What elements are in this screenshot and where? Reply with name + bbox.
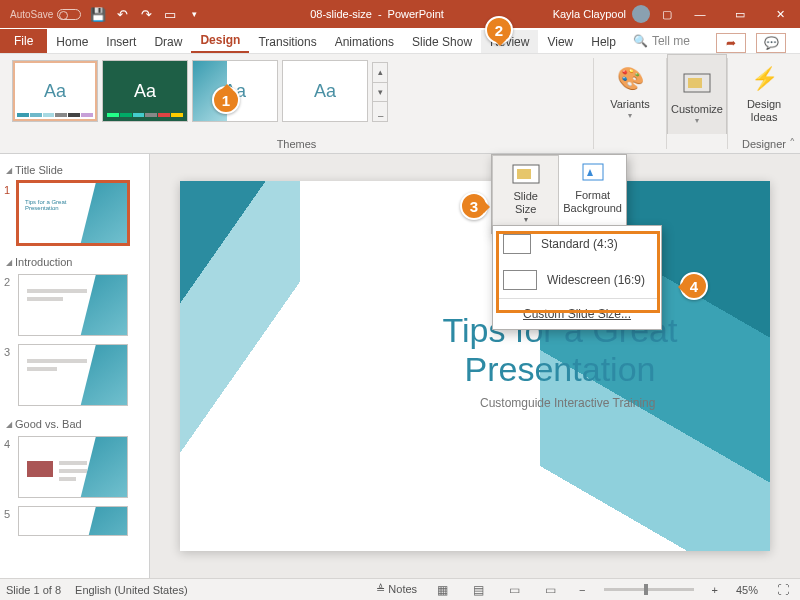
callout-badge-2: 2 [485, 16, 513, 44]
autosave-toggle[interactable]: AutoSave [6, 9, 85, 20]
close-button[interactable]: ✕ [760, 0, 800, 28]
redo-icon[interactable]: ↷ [135, 3, 157, 25]
slide-counter[interactable]: Slide 1 of 8 [6, 584, 61, 596]
autosave-label: AutoSave [10, 9, 53, 20]
slide-thumbnail[interactable]: Tips for a GreatPresentation [18, 182, 128, 244]
gallery-more-icon[interactable]: ⎯ [373, 102, 387, 121]
undo-icon[interactable]: ↶ [111, 3, 133, 25]
save-icon[interactable]: 💾 [87, 3, 109, 25]
section-header[interactable]: ◢Good vs. Bad [4, 414, 145, 436]
slide-thumbnail-row[interactable]: 3 [4, 344, 145, 406]
tab-view[interactable]: View [538, 30, 582, 53]
section-header[interactable]: ◢Title Slide [4, 160, 145, 182]
callout-badge-4: 4 [680, 272, 708, 300]
section-title: Introduction [15, 256, 72, 268]
customize-dropdown: Slide Size ▾ Format Background Standard … [491, 154, 627, 234]
customize-button[interactable]: Customize ▾ [667, 54, 727, 134]
fit-to-window-icon[interactable]: ⛶ [772, 582, 794, 598]
size-option-standard[interactable]: Standard (4:3) [493, 226, 661, 262]
slide-canvas[interactable]: Tips for a Great Presentation Customguid… [180, 181, 770, 551]
slide-thumbnail[interactable] [18, 506, 128, 536]
avatar-icon [632, 5, 650, 23]
slide-thumbnail-row[interactable]: 4 [4, 436, 145, 498]
doc-name: 08-slide-size [310, 8, 372, 20]
chevron-down-icon: ▾ [524, 215, 528, 224]
section-title: Good vs. Bad [15, 418, 82, 430]
tab-home[interactable]: Home [47, 30, 97, 53]
gallery-up-icon[interactable]: ▴ [373, 63, 387, 83]
slide-number: 1 [4, 182, 14, 196]
variants-button[interactable]: 🎨 Variants ▾ [600, 58, 660, 121]
tell-me-search[interactable]: 🔍 Tell me [625, 29, 698, 53]
slide-thumbnail[interactable] [18, 344, 128, 406]
quick-access-toolbar: AutoSave 💾 ↶ ↷ ▭ ▾ [0, 3, 205, 25]
tab-help[interactable]: Help [582, 30, 625, 53]
workspace: ◢Title Slide 1 Tips for a GreatPresentat… [0, 154, 800, 578]
minimize-button[interactable]: — [680, 0, 720, 28]
chevron-down-icon: ▾ [695, 116, 699, 126]
collapse-ribbon-icon[interactable]: ˄ [789, 136, 796, 151]
slide-sorter-view-icon[interactable]: ▤ [467, 582, 489, 598]
tab-design[interactable]: Design [191, 28, 249, 53]
slide-thumbnail[interactable] [18, 274, 128, 336]
themes-group-label: Themes [6, 136, 587, 151]
section-header[interactable]: ◢Introduction [4, 252, 145, 274]
custom-slide-size[interactable]: Custom Slide Size... [493, 299, 661, 329]
language-indicator[interactable]: English (United States) [75, 584, 188, 596]
svg-rect-4 [583, 164, 603, 180]
notes-button[interactable]: ≜ Notes [376, 583, 417, 596]
theme-thumb[interactable]: Aa [282, 60, 368, 122]
tab-transitions[interactable]: Transitions [249, 30, 325, 53]
toggle-off-icon[interactable] [57, 9, 81, 20]
maximize-button[interactable]: ▭ [720, 0, 760, 28]
status-bar: Slide 1 of 8 English (United States) ≜ N… [0, 578, 800, 600]
variants-label: Variants [610, 98, 650, 111]
collapse-triangle-icon: ◢ [6, 166, 12, 175]
tab-file[interactable]: File [0, 29, 47, 53]
collapse-triangle-icon: ◢ [6, 258, 12, 267]
theme-thumb[interactable]: Aa [12, 60, 98, 122]
format-background-icon [578, 161, 608, 185]
gallery-down-icon[interactable]: ▾ [373, 83, 387, 103]
chevron-down-icon: ▾ [628, 111, 632, 121]
user-name: Kayla Claypool [553, 8, 626, 20]
slide-thumbnail-panel[interactable]: ◢Title Slide 1 Tips for a GreatPresentat… [0, 154, 150, 578]
themes-gallery[interactable]: Aa Aa Aa Aa ▴ ▾ ⎯ [6, 58, 587, 122]
slide-thumbnail-row[interactable]: 2 [4, 274, 145, 336]
svg-rect-1 [688, 78, 702, 88]
design-ideas-label: Design Ideas [747, 98, 781, 124]
format-background-button[interactable]: Format Background [559, 155, 626, 233]
comments-button[interactable]: 💬 [756, 33, 786, 53]
slide-thumbnail-row[interactable]: 1 Tips for a GreatPresentation [4, 182, 145, 244]
title-line-2: Presentation [360, 350, 760, 389]
start-from-beginning-icon[interactable]: ▭ [159, 3, 181, 25]
reading-view-icon[interactable]: ▭ [503, 582, 525, 598]
size-option-widescreen[interactable]: Widescreen (16:9) [493, 262, 661, 298]
slide-size-icon [511, 162, 541, 186]
zoom-out-button[interactable]: − [575, 584, 589, 596]
theme-thumb[interactable]: Aa [102, 60, 188, 122]
tab-insert[interactable]: Insert [97, 30, 145, 53]
qat-more-icon[interactable]: ▾ [183, 3, 205, 25]
customize-icon [680, 67, 714, 101]
slide-size-button[interactable]: Slide Size ▾ [492, 155, 559, 233]
themes-gallery-nav[interactable]: ▴ ▾ ⎯ [372, 62, 388, 122]
zoom-slider[interactable] [604, 588, 694, 591]
tab-draw[interactable]: Draw [145, 30, 191, 53]
tab-slideshow[interactable]: Slide Show [403, 30, 481, 53]
ribbon-display-options-icon[interactable]: ▢ [654, 3, 680, 25]
slide-subtitle[interactable]: Customguide Interactive Training [480, 396, 655, 410]
slide-number: 4 [4, 436, 14, 450]
app-name: PowerPoint [388, 8, 444, 20]
slideshow-view-icon[interactable]: ▭ [539, 582, 561, 598]
normal-view-icon[interactable]: ▦ [431, 582, 453, 598]
design-ideas-button[interactable]: ⚡ Design Ideas [734, 58, 794, 124]
slide-number: 2 [4, 274, 14, 288]
zoom-in-button[interactable]: + [708, 584, 722, 596]
share-button[interactable]: ➦ [716, 33, 746, 53]
slide-thumbnail-row[interactable]: 5 [4, 506, 145, 536]
zoom-level[interactable]: 45% [736, 584, 758, 596]
tab-animations[interactable]: Animations [326, 30, 403, 53]
account-button[interactable]: Kayla Claypool [549, 5, 654, 23]
slide-thumbnail[interactable] [18, 436, 128, 498]
